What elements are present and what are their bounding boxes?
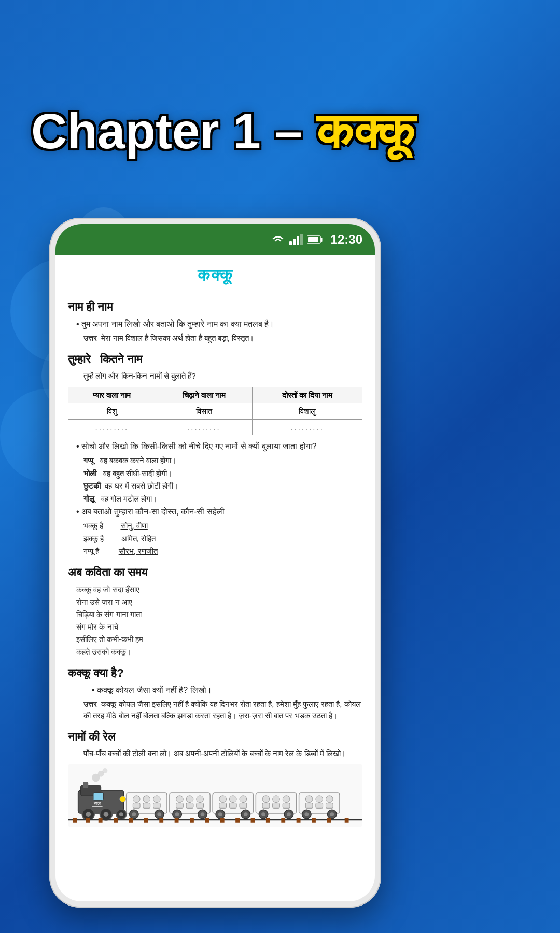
names-table: प्यार वाला नाम चिढ़ाने वाला नाम दोस्तों …: [68, 387, 362, 435]
svg-point-55: [244, 812, 248, 816]
poem-section: कक्कू वह जो सदा हँसाए रोना उसे ज़रा न आए…: [68, 583, 362, 658]
table-row: विशु विसात विशालु: [68, 403, 362, 420]
answer-kakku-kya: उत्तर कक्कू कोयल जैसा इसलिए नहीं है क्यो…: [68, 699, 362, 722]
svg-rect-96: [327, 818, 331, 823]
svg-point-64: [261, 812, 265, 816]
svg-point-9: [103, 768, 108, 773]
chapter-title-area: Chapter 1 – कक्कू: [31, 104, 529, 159]
content-area[interactable]: कक्कू नाम ही नाम तुम अपना नाम लिखो और बत…: [55, 255, 375, 901]
train-illustration: राज: [68, 764, 362, 827]
svg-rect-95: [312, 818, 316, 823]
svg-rect-27: [143, 803, 150, 809]
kakku-sub-question: कक्कू कोयल जैसा क्यों नहीं है? लिखो।: [68, 684, 362, 697]
phone-mockup: 12:30 कक्कू नाम ही नाम तुम अपना नाम लिखो…: [49, 218, 381, 908]
svg-rect-97: [345, 818, 349, 823]
bullet-friends: अब बताओ तुम्हारा कौन-सा दोस्त, कौन-सी सह…: [68, 506, 362, 518]
svg-text:राज: राज: [93, 801, 101, 807]
svg-point-59: [273, 796, 280, 803]
svg-rect-89: [220, 818, 225, 823]
svg-rect-93: [281, 818, 285, 823]
svg-rect-2: [297, 236, 299, 245]
svg-rect-86: [175, 818, 179, 823]
svg-rect-6: [308, 237, 318, 242]
svg-rect-51: [240, 803, 247, 809]
svg-point-35: [176, 796, 184, 803]
section-kakku-kya: कक्कू क्या है? कक्कू कोयल जैसा क्यों नही…: [68, 666, 362, 722]
table-cell-vishalu: विशालु: [253, 403, 362, 420]
svg-point-20: [119, 812, 123, 816]
poem-line-5: इसीलिए तो कभी-कभी हम: [76, 633, 362, 646]
svg-rect-60: [273, 803, 280, 809]
section-tumhare-naam: तुम्हारे कितने नाम तुम्हें लोग और किन-कि…: [68, 353, 362, 558]
status-bar: 12:30: [55, 224, 375, 255]
svg-rect-5: [320, 238, 322, 242]
svg-rect-58: [262, 803, 270, 809]
svg-point-18: [104, 812, 109, 817]
section-naam-hi-naam: नाम ही नाम तुम अपना नाम लिखो और बताओ कि …: [68, 300, 362, 344]
chapter-hindi: कक्कू: [316, 103, 415, 159]
svg-rect-49: [229, 803, 236, 809]
section-heading-tumhare: तुम्हारे कितने नाम: [68, 353, 362, 366]
reason-chutki: छुटकी वह घर में सबसे छोटी होगी।: [68, 480, 362, 492]
friend-gappu: गप्पू है सौरभ, रणजीत: [68, 546, 362, 558]
rail-description: पाँच-पाँच बच्चों की टोली बना लो। अब अपनी…: [68, 748, 362, 760]
svg-rect-12: [83, 782, 88, 788]
poem-line-3: चिड़िया के संग गाना गाता: [76, 608, 362, 621]
svg-point-72: [326, 796, 333, 803]
svg-rect-92: [266, 818, 270, 823]
table-row-empty: ......... ......... .........: [68, 420, 362, 435]
reason-golu: गोलू वह गोल मटोल होगा।: [68, 493, 362, 505]
svg-rect-91: [251, 818, 255, 823]
svg-rect-80: [86, 818, 90, 823]
table-cell-vishu: विशु: [68, 403, 156, 420]
battery-icon: [307, 235, 323, 244]
svg-rect-25: [133, 803, 140, 809]
poem-line-1: कक्कू वह जो सदा हँसाए: [76, 583, 362, 596]
svg-rect-85: [159, 818, 163, 823]
svg-point-77: [330, 812, 334, 816]
svg-rect-13: [93, 793, 104, 801]
status-icons: 12:30: [271, 232, 362, 247]
friend-jhakku: झक्कू है अमित, रोहित: [68, 533, 362, 545]
svg-rect-88: [205, 818, 209, 823]
svg-rect-81: [99, 818, 103, 823]
svg-point-28: [153, 796, 161, 803]
table-cell-empty-3: .........: [253, 420, 362, 435]
table-cell-empty-1: .........: [68, 420, 156, 435]
wifi-icon: [271, 234, 285, 245]
section-heading-rail: नामों की रेल: [68, 730, 362, 744]
section-kavita: अब कविता का समय कक्कू वह जो सदा हँसाए रो…: [68, 566, 362, 658]
svg-rect-40: [197, 803, 204, 809]
table-cell-visat: विसात: [156, 403, 253, 420]
bullet-kakku-kya: कक्कू कोयल जैसा क्यों नहीं है? लिखो।: [83, 684, 362, 697]
status-time: 12:30: [331, 232, 362, 247]
svg-rect-84: [144, 818, 148, 823]
svg-point-61: [283, 796, 290, 803]
page-title: कक्कू: [68, 266, 362, 285]
reason-bholi: भोली वह बहुत सीधी-सादी होगी।: [68, 468, 362, 480]
poem-line-4: संग मोर के नाचे: [76, 621, 362, 633]
svg-rect-83: [129, 818, 133, 823]
tumhare-question: तुम्हें लोग और किन-किन नामों से बुलाते ह…: [68, 370, 362, 382]
answer-naam: उत्तर मेरा नाम विशाल है जिसका अर्थ होता …: [68, 332, 362, 344]
bullet-naam-question: तुम अपना नाम लिखो और बताओ कि तुम्हारे ना…: [68, 318, 362, 330]
table-cell-empty-2: .........: [156, 420, 253, 435]
section-heading-kavita: अब कविता का समय: [68, 566, 362, 579]
poem-line-2: रोना उसे ज़रा न आए: [76, 596, 362, 608]
svg-rect-47: [219, 803, 227, 809]
train-svg: राज: [68, 768, 362, 824]
svg-rect-82: [114, 818, 118, 823]
table-header-dost: दोस्तों का दिया नाम: [253, 387, 362, 403]
svg-rect-79: [73, 818, 77, 823]
svg-rect-71: [316, 803, 323, 809]
svg-point-70: [316, 796, 323, 803]
phone-inner: 12:30 कक्कू नाम ही नाम तुम अपना नाम लिखो…: [55, 224, 375, 901]
svg-point-53: [218, 812, 222, 816]
svg-point-66: [287, 812, 291, 816]
svg-point-37: [186, 796, 193, 803]
svg-rect-90: [235, 818, 240, 823]
svg-point-14: [120, 796, 126, 802]
bullet-socho: सोचो और लिखो कि किसी-किसी को नीचे दिए गए…: [68, 440, 362, 453]
signal-icon: [289, 234, 303, 245]
svg-point-50: [240, 796, 247, 803]
